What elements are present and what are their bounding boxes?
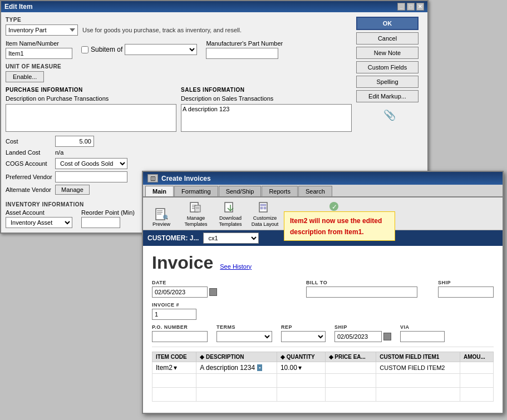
svg-rect-3: [157, 214, 161, 215]
maximize-btn[interactable]: □: [407, 3, 415, 11]
titlebar-controls: _ □ ✕: [397, 3, 424, 11]
customize-layout-label: Customize Data Layout: [251, 215, 279, 228]
description-icon[interactable]: ▪: [257, 364, 262, 371]
invoice-body: Invoice See History DATE 02/05/2023 BILL…: [143, 246, 503, 413]
item-code-dropdown-icon[interactable]: ▾: [174, 364, 177, 372]
sales-desc-label: Description on Sales Transactions: [181, 95, 352, 102]
window-restore-icon[interactable]: ◫: [147, 174, 158, 182]
manage-button[interactable]: Manage: [55, 185, 90, 195]
manage-templates-icon: [188, 200, 204, 215]
col-custom-field: CUSTOM FIELD ITEM1: [376, 352, 460, 362]
toolbar-customize-layout[interactable]: Customize Data Layout: [251, 200, 279, 228]
svg-rect-2: [157, 212, 163, 213]
quantity-dropdown-icon[interactable]: ▾: [298, 364, 302, 372]
col-price: ◆ PRICE EA...: [325, 352, 376, 362]
date-input[interactable]: 02/05/2023: [152, 286, 208, 298]
subitem-checkbox[interactable]: [81, 46, 88, 53]
create-invoices-title: Create Invoices: [161, 175, 211, 182]
ship-input[interactable]: [438, 286, 494, 298]
item-name-input[interactable]: Item1: [6, 48, 72, 59]
custom-fields-button[interactable]: Custom Fields: [356, 61, 419, 73]
via-input[interactable]: [400, 331, 445, 342]
po-number-label: P.O. NUMBER: [152, 324, 208, 330]
date-calendar-icon[interactable]: [209, 288, 217, 296]
tab-search[interactable]: Search: [298, 186, 332, 196]
preview-label: Preview: [152, 221, 170, 228]
ship-header-label: SHIP: [438, 280, 494, 285]
minimize-btn[interactable]: _: [397, 3, 405, 11]
landed-cost-value: n/a: [55, 149, 63, 156]
subitem-select[interactable]: [125, 44, 197, 55]
enable-button[interactable]: Enable...: [6, 71, 44, 82]
table-empty-row-2: [152, 387, 494, 401]
tooltip-text: Item2 will now use the edited descriptio…: [290, 217, 382, 236]
reorder-point-input[interactable]: [81, 217, 120, 228]
tab-sendship[interactable]: Send/Ship: [219, 186, 262, 196]
purchase-info-label: PURCHASE INFORMATION: [6, 87, 176, 93]
svg-text:✓: ✓: [332, 203, 337, 211]
customer-label: CUSTOMER: J...: [147, 234, 199, 242]
svg-rect-1: [157, 210, 163, 211]
col-description: ◆ DESCRIPTION: [196, 352, 277, 362]
close-btn[interactable]: ✕: [416, 3, 424, 11]
cancel-button[interactable]: Cancel: [356, 32, 419, 45]
manage-templates-label: Manage Templates: [182, 215, 210, 228]
uom-label: UNIT OF MEASURE: [6, 63, 352, 70]
svg-rect-16: [260, 204, 266, 206]
mfr-label: Manufacturer's Part Number: [206, 40, 283, 47]
type-description: Use for goods you purchase, track as inv…: [82, 27, 242, 33]
rep-label: REP: [281, 324, 326, 330]
ok-button[interactable]: OK: [356, 17, 419, 30]
download-templates-icon: [223, 200, 238, 215]
create-invoices-window: ◫ Create Invoices Main Formatting Send/S…: [142, 171, 504, 414]
rep-select[interactable]: [281, 331, 326, 342]
terms-select[interactable]: [216, 331, 272, 342]
item-name-label: Item Name/Number: [6, 40, 72, 47]
preferred-vendor-input[interactable]: [55, 171, 127, 182]
invoice-num-label: INVOICE #: [152, 302, 196, 308]
toolbar-preview[interactable]: Preview: [147, 206, 175, 228]
alternate-vendor-label: Alternate Vendor: [6, 186, 53, 193]
spelling-button[interactable]: Spelling: [356, 76, 419, 88]
terms-label: TERMS: [216, 324, 272, 330]
toolbar-manage-templates[interactable]: Manage Templates: [182, 200, 210, 228]
table-empty-row: [152, 373, 494, 387]
preferred-vendor-label: Preferred Vendor: [6, 174, 53, 180]
type-label: TYPE: [6, 17, 352, 23]
toolbar-download-templates[interactable]: Download Templates: [216, 200, 244, 228]
customer-select[interactable]: cx1: [203, 233, 259, 244]
cogs-account-select[interactable]: Cost of Goods Sold: [55, 158, 127, 169]
po-number-input[interactable]: [152, 331, 208, 342]
tooltip-overlay: Item2 will now use the edited descriptio…: [284, 211, 395, 241]
amount-cell: [460, 362, 493, 373]
purchase-desc-area[interactable]: [6, 104, 176, 132]
edit-item-titlebar: Edit Item _ □ ✕: [1, 1, 427, 12]
svg-rect-11: [196, 207, 199, 207]
type-select[interactable]: Inventory Part: [6, 24, 78, 36]
subitem-label: Subitem of: [91, 46, 122, 53]
svg-rect-13: [225, 202, 233, 212]
edit-markup-button[interactable]: Edit Markup...: [356, 90, 419, 102]
edit-item-title: Edit Item: [4, 3, 33, 11]
invoice-num-input[interactable]: 1: [152, 309, 196, 320]
tab-reports[interactable]: Reports: [262, 186, 298, 196]
tab-main[interactable]: Main: [145, 186, 174, 196]
ship-calendar-icon[interactable]: [383, 333, 391, 340]
cost-label: Cost: [6, 138, 53, 145]
date-label: DATE: [152, 280, 217, 285]
landed-cost-label: Landed Cost: [6, 149, 53, 156]
svg-line-5: [167, 218, 168, 219]
cost-input[interactable]: 5.00: [55, 136, 94, 147]
see-history-link[interactable]: See History: [220, 263, 252, 270]
ship-date-input[interactable]: 02/05/2023: [334, 331, 382, 342]
download-templates-label: Download Templates: [216, 215, 244, 228]
mfr-input[interactable]: [206, 48, 278, 59]
custom-field-cell: CUSTOM FIELD ITEM2: [376, 362, 460, 373]
new-note-button[interactable]: New Note: [356, 47, 419, 59]
cogs-account-label: COGS Account: [6, 160, 53, 167]
bill-to-input[interactable]: [306, 286, 417, 298]
tab-formatting[interactable]: Formatting: [174, 186, 218, 196]
sales-desc-area[interactable]: A description 123: [181, 104, 352, 132]
col-quantity: ◆ QUANTITY: [277, 352, 325, 362]
asset-account-select[interactable]: Inventory Asset: [6, 217, 72, 228]
